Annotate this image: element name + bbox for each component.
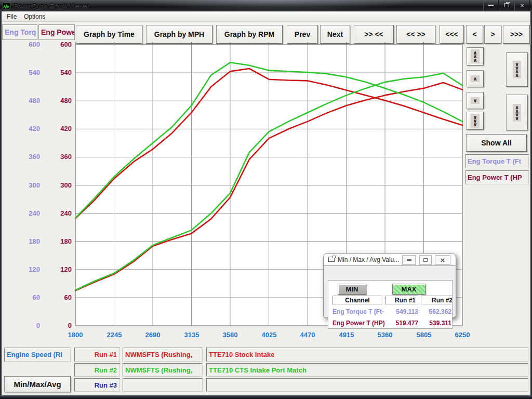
tab-eng-power[interactable]: Eng Powe — [38, 24, 75, 40]
window-title: PowerDyne Graph Viewer — [14, 2, 89, 9]
run3-label-box: Run #3 — [74, 378, 120, 392]
run1-desc-box: TTE710 Stock Intake — [206, 348, 528, 362]
torque-legend-box: Eng Torque T (Ft — [466, 154, 529, 168]
minmax-window: Min / Max / Avg Valu... × MIN MAX Channe… — [323, 253, 456, 318]
run3-desc-box — [206, 378, 528, 392]
power-axis-tick-label: 60 — [46, 294, 72, 301]
run1-file-box: NWMSFTS (Rushing, — [123, 348, 203, 362]
torque-axis-tick-label: 300 — [14, 181, 40, 189]
rpm-axis-tick-label: 2245 — [98, 331, 131, 339]
scroll-far-right-button[interactable]: >>> — [503, 25, 530, 44]
menu-file[interactable]: File — [7, 13, 17, 20]
minmax-panel: MIN MAX Channel Run #1 Run #2 Eng Torque… — [328, 280, 453, 329]
rpm-axis-tick-label: 4915 — [330, 331, 363, 339]
close-icon[interactable]: × — [514, 0, 530, 10]
tab-eng-torque[interactable]: Eng Torq — [2, 24, 37, 40]
power-axis-tick-label: 540 — [46, 69, 72, 76]
minmax-header-run2: Run #2 — [421, 296, 453, 305]
torque-axis-tick-label: 360 — [14, 153, 40, 161]
run2-label-box: Run #2 — [74, 363, 120, 377]
app-icon — [3, 2, 10, 9]
minmax-window-icon — [328, 257, 335, 262]
minmax-restore-icon[interactable] — [419, 255, 432, 265]
power-axis-tick-label: 120 — [46, 265, 72, 273]
rpm-axis-tick-label: 3580 — [214, 331, 247, 339]
down-chevron-icon: ∨ — [471, 97, 479, 104]
run2-file-box: NWMSFTS (Rushing, — [123, 363, 203, 377]
minmax-minimize-icon[interactable] — [402, 255, 416, 265]
power-legend-box: Eng Power T (HP — [466, 170, 529, 184]
run1-desc: TTE710 Stock Intake — [209, 351, 274, 358]
minmax-close-icon[interactable]: × — [435, 255, 450, 265]
scale-down-button[interactable]: ∨ — [467, 92, 484, 109]
minimize-icon[interactable] — [483, 0, 499, 10]
run3-label: Run #3 — [95, 381, 117, 389]
rpm-axis-tick-label: 6250 — [446, 331, 479, 339]
triple-up-chevron-icon: ∧∧∧ — [471, 49, 479, 63]
rpm-axis-tick-label: 2690 — [136, 331, 169, 339]
minmax-titlebar[interactable]: Min / Max / Avg Valu... × — [323, 253, 456, 266]
run1-file: NWMSFTS (Rushing, — [125, 351, 192, 358]
torque-axis-tick-label: 120 — [14, 265, 40, 273]
torque-axis-tick-label: 420 — [14, 125, 40, 132]
power-axis-tick-label: 420 — [46, 125, 72, 132]
power-axis-tick-label: 0 — [46, 322, 72, 329]
min-max-avg-button[interactable]: Min/Max/Avg — [4, 376, 71, 392]
max-tab-button[interactable]: MAX — [392, 284, 425, 295]
torque-axis-tick-label: 480 — [14, 97, 40, 104]
run3-file-box — [123, 378, 203, 392]
minmax-row-torque-run2: 562.362 — [408, 308, 451, 315]
run1-label-box: Run #1 — [74, 348, 120, 362]
show-all-button[interactable]: Show All — [466, 134, 527, 152]
power-axis-tick-label: 180 — [46, 237, 72, 245]
min-tab-button[interactable]: MIN — [338, 284, 366, 295]
run2-file: NWMSFTS (Rushing, — [125, 366, 192, 374]
collapse-scale-button[interactable]: ∨∨∧∧ — [506, 52, 528, 87]
run2-label: Run #2 — [95, 366, 117, 374]
rpm-axis-tick-label: 5805 — [407, 331, 441, 339]
power-axis-tick-label: 360 — [46, 153, 72, 161]
power-axis-tick-label: 300 — [46, 181, 72, 189]
up-chevron-icon: ∧ — [471, 75, 479, 82]
triple-down-chevron-icon: ∨∨∨ — [471, 114, 479, 128]
scroll-right-button[interactable]: > — [484, 25, 501, 44]
menu-bar: File Options — [2, 11, 530, 22]
expand-chevrons-icon: ∧∧∨∨ — [513, 104, 521, 122]
torque-axis-tick-label: 240 — [14, 209, 40, 217]
torque-axis-tick-label: 540 — [14, 69, 40, 76]
titlebar-glass-sheen — [130, 0, 421, 11]
run2-desc: TTE710 CTS Intake Port Match — [209, 366, 307, 374]
torque-axis-tick-label: 0 — [14, 322, 40, 329]
minmax-row-power-run2: 539.311 — [408, 320, 451, 327]
collapse-chevrons-icon: ∨∨∧∧ — [513, 61, 521, 78]
minmax-header-run1: Run #1 — [385, 296, 418, 305]
torque-axis-tick-label: 180 — [14, 237, 40, 245]
power-axis-tick-label: 240 — [46, 209, 72, 217]
torque-axis-tick-label: 600 — [14, 41, 40, 48]
run1-label: Run #1 — [95, 351, 117, 358]
window-frame-bottom — [0, 395, 532, 399]
scale-up-fast-button[interactable]: ∧∧∧ — [467, 47, 484, 65]
minmax-body: MIN MAX Channel Run #1 Run #2 Eng Torque… — [323, 266, 456, 318]
title-bar[interactable]: PowerDyne Graph Viewer × — [0, 0, 532, 11]
rpm-axis-tick-label: 5360 — [368, 331, 402, 339]
rpm-axis-tick-label: 3135 — [175, 331, 208, 339]
scale-down-fast-button[interactable]: ∨∨∨ — [467, 112, 484, 130]
rpm-axis-tick-label: 4470 — [291, 331, 324, 339]
menu-options[interactable]: Options — [24, 13, 45, 20]
expand-scale-button[interactable]: ∧∧∨∨ — [506, 95, 528, 130]
rpm-axis-tick-label: 1800 — [59, 331, 92, 339]
minmax-window-title: Min / Max / Avg Valu... — [338, 256, 399, 263]
power-axis-tick-label: 600 — [46, 41, 72, 48]
run2-desc-box: TTE710 CTS Intake Port Match — [206, 363, 528, 377]
restore-icon[interactable] — [499, 0, 514, 10]
rpm-axis-tick-label: 4025 — [252, 331, 286, 339]
power-axis-tick-label: 480 — [46, 97, 72, 104]
scale-up-button[interactable]: ∧ — [467, 70, 484, 87]
minmax-header-channel: Channel — [332, 296, 382, 305]
torque-axis-tick-label: 60 — [14, 294, 40, 301]
x-axis-channel-box: Engine Speed (RI — [4, 348, 71, 362]
